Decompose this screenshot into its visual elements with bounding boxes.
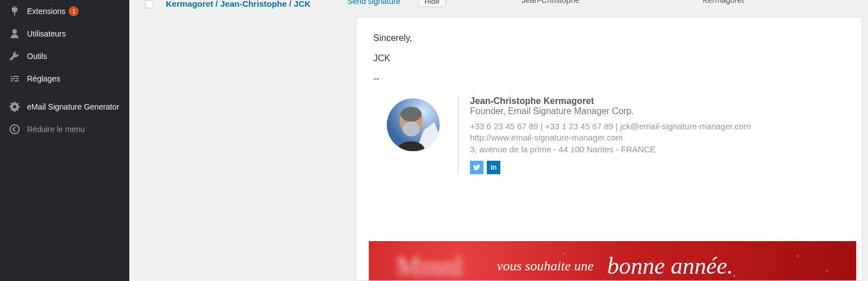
tools-icon: [8, 51, 21, 62]
sidebar-item-label: Extensions: [27, 6, 65, 16]
signature-website-link[interactable]: http://www.email-signature-manager.com: [470, 133, 623, 142]
collapse-icon: [8, 124, 21, 135]
sidebar-item-label: Utilisateurs: [27, 29, 66, 39]
signature-preview-panel: Sincerely, JCK --: [356, 17, 862, 281]
signature-card: Jean-Christophe Kermagoret Founder, Emai…: [373, 96, 845, 174]
entry-title-link[interactable]: Kermagoret / Jean-Christophe / JCK: [166, 0, 311, 10]
sidebar-item-settings[interactable]: Réglages: [0, 67, 129, 90]
users-icon: [8, 28, 21, 39]
svg-point-4: [403, 121, 419, 136]
first-name-value: Jean-Christophe: [522, 0, 580, 4]
sidebar-item-users[interactable]: Utilisateurs: [0, 22, 129, 45]
sidebar-item-tools[interactable]: Outils: [0, 45, 129, 67]
signature-contacts: +33 6 23 45 67 89 | +33 1 23 45 67 89 | …: [470, 121, 845, 155]
sidebar-item-label: Réglages: [27, 74, 60, 84]
send-signature-link[interactable]: Send signature: [347, 0, 400, 6]
admin-sidebar: Extensions 1 Utilisateurs Outils Réglage…: [0, 0, 129, 281]
main-content: Kermagoret / Jean-Christophe / JCK Send …: [129, 0, 868, 281]
extensions-badge: 1: [69, 6, 79, 16]
signature-job-title: Founder, Email Signature Manager Corp.: [470, 106, 845, 116]
signature-phones-email: +33 6 23 45 67 89 | +33 1 23 45 67 89 | …: [470, 121, 845, 132]
short-name: JCK: [373, 53, 845, 64]
svg-point-0: [10, 125, 19, 134]
gear-icon: [8, 101, 21, 112]
banner-line1: vous souhaite une: [497, 259, 594, 274]
sidebar-item-extensions[interactable]: Extensions 1: [0, 0, 129, 22]
closing-line: Sincerely,: [373, 33, 845, 43]
settings-sliders-icon: [8, 73, 21, 84]
avatar: [387, 98, 440, 151]
separator: --: [373, 74, 845, 84]
plugin-icon: [8, 6, 21, 17]
signature-full-name: Jean-Christophe Kermagoret: [470, 96, 845, 106]
sidebar-item-label: Outils: [27, 51, 47, 61]
sidebar-item-label: eMail Signature Generator: [27, 102, 119, 112]
svg-point-3: [400, 107, 422, 121]
hide-button[interactable]: Hide: [418, 0, 446, 7]
row-checkbox[interactable]: [145, 0, 153, 8]
signature-header-row: Send signature Hide Jean-Christophe Kerm…: [343, 0, 862, 11]
twitter-icon[interactable]: [470, 161, 483, 174]
last-name-value: Kermagoret: [703, 0, 744, 4]
sidebar-collapse-label: Réduire le menu: [27, 124, 85, 134]
banner-line2: bonne année.: [607, 252, 733, 279]
signature-address: 3, avenue de la prime - 44 100 Nantes - …: [470, 144, 845, 155]
signature-body-text: Sincerely, JCK --: [373, 33, 845, 84]
sidebar-collapse[interactable]: Réduire le menu: [0, 118, 129, 140]
promo-banner: Mmnl vous souhaite une bonne année.: [369, 241, 856, 281]
sidebar-item-email-signature-generator[interactable]: eMail Signature Generator: [0, 96, 129, 118]
banner-logo-blurred: Mmnl: [373, 248, 486, 281]
social-icons-row: in: [470, 161, 845, 174]
linkedin-icon[interactable]: in: [487, 161, 500, 174]
signature-info: Jean-Christophe Kermagoret Founder, Emai…: [458, 96, 845, 174]
entry-row: Kermagoret / Jean-Christophe / JCK: [145, 0, 336, 10]
